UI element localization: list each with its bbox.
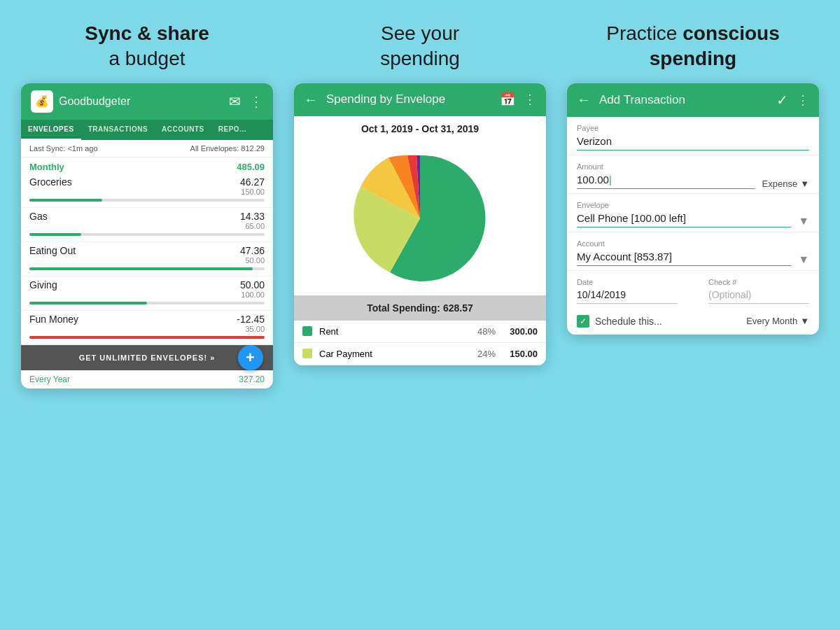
tab-transactions[interactable]: TRANSACTIONS — [81, 120, 155, 140]
payee-input[interactable]: Verizon — [577, 135, 809, 150]
main-container: Sync & share a budget 💰 Goodbudgeter ✉ ⋮… — [0, 0, 840, 630]
more-icon-2[interactable]: ⋮ — [524, 92, 536, 107]
checkmark-icon[interactable]: ✓ — [776, 92, 788, 108]
back-arrow-icon[interactable]: ← — [304, 92, 318, 108]
account-field: Account My Account [853.87] ▼ — [567, 232, 819, 271]
date-range: Oct 1, 2019 - Oct 31, 2019 — [294, 116, 546, 141]
phone-3: ← Add Transaction ✓ ⋮ Payee Verizon Amou… — [567, 83, 819, 335]
account-chevron-icon[interactable]: ▼ — [798, 253, 809, 266]
envelope-eating-out[interactable]: Eating Out 47.36 50.00 — [21, 242, 273, 276]
inbox-icon[interactable]: ✉ — [229, 93, 241, 110]
logo-icon: 💰 — [31, 90, 53, 113]
spending-header: ← Spending by Envelope 📅 ⋮ — [294, 83, 546, 116]
nav-tabs: ENVELOPES TRANSACTIONS ACCOUNTS REPO... — [21, 120, 273, 140]
amount-input[interactable]: 100.00 — [577, 174, 755, 189]
total-spending: Total Spending: 628.57 — [294, 295, 546, 321]
expense-type-dropdown[interactable]: Expense ▼ — [762, 178, 809, 189]
more-icon-3[interactable]: ⋮ — [797, 92, 809, 108]
add-transaction-form: Payee Verizon Amount 100.00 Expense ▼ — [567, 117, 819, 335]
add-transaction-header: ← Add Transaction ✓ ⋮ — [567, 83, 819, 117]
calendar-icon[interactable]: 📅 — [500, 92, 515, 107]
fab-add-button[interactable]: + — [238, 345, 263, 370]
headline-1: Sync & share a budget — [85, 21, 209, 72]
legend-car-payment: Car Payment 24% 150.00 — [294, 343, 546, 365]
date-field: Date 10/14/2019 — [567, 271, 687, 308]
back-arrow-icon-3[interactable]: ← — [577, 92, 591, 108]
sync-bar: Last Sync: <1m ago All Envelopes: 812.29 — [21, 140, 273, 158]
monthly-section: Monthly 485.09 — [21, 158, 273, 174]
pie-chart-area — [294, 141, 546, 295]
header-icons: ✉ ⋮ — [229, 93, 263, 110]
schedule-chevron-icon: ▼ — [800, 316, 809, 326]
column-practice-spending: Practice conscious spending ← Add Transa… — [567, 21, 819, 335]
column-sync-share: Sync & share a budget 💰 Goodbudgeter ✉ ⋮… — [21, 21, 273, 388]
headline-3: Practice conscious spending — [606, 21, 779, 72]
payee-field: Payee Verizon — [567, 117, 819, 155]
app-header: 💰 Goodbudgeter ✉ ⋮ — [21, 83, 273, 120]
schedule-frequency-dropdown[interactable]: Every Month ▼ — [746, 316, 809, 326]
envelope-field: Envelope Cell Phone [100.00 left] ▼ — [567, 194, 819, 232]
column-see-spending: See your spending ← Spending by Envelope… — [294, 21, 546, 365]
tab-envelopes[interactable]: ENVELOPES — [21, 120, 81, 140]
date-input[interactable]: 10/14/2019 — [577, 289, 678, 304]
tab-reports[interactable]: REPO... — [211, 120, 253, 140]
chevron-down-icon: ▼ — [800, 178, 809, 189]
app-logo: 💰 Goodbudgeter — [31, 90, 130, 113]
phone-2: ← Spending by Envelope 📅 ⋮ Oct 1, 2019 -… — [294, 83, 546, 365]
tab-accounts[interactable]: ACCOUNTS — [155, 120, 211, 140]
check-field: Check # (Optional) — [699, 271, 819, 308]
envelope-chevron-icon[interactable]: ▼ — [798, 215, 809, 227]
envelope-gas[interactable]: Gas 14.33 65.00 — [21, 208, 273, 242]
envelope-fun-money[interactable]: Fun Money -12.45 35.00 — [21, 311, 273, 345]
amount-field: Amount 100.00 Expense ▼ — [567, 155, 819, 194]
phone-1: 💰 Goodbudgeter ✉ ⋮ ENVELOPES TRANSACTION… — [21, 83, 273, 388]
more-icon[interactable]: ⋮ — [249, 93, 263, 110]
envelope-groceries[interactable]: Groceries 46.27 150.00 — [21, 174, 273, 208]
headline-2: See your spending — [380, 21, 460, 72]
schedule-row: ✓ Schedule this... Every Month ▼ — [567, 308, 819, 335]
legend-rent: Rent 48% 300.00 — [294, 321, 546, 343]
every-year-row: Every Year 327.20 — [21, 370, 273, 388]
check-input[interactable]: (Optional) — [708, 289, 809, 304]
pie-chart — [350, 148, 490, 288]
schedule-checkbox[interactable]: ✓ — [577, 315, 589, 328]
envelope-giving[interactable]: Giving 50.00 100.00 — [21, 276, 273, 311]
unlimited-envelopes-button[interactable]: GET UNLIMITED ENVELOPES! » + — [21, 345, 273, 370]
legend-color-rent — [302, 326, 312, 336]
legend-color-car — [302, 349, 312, 358]
